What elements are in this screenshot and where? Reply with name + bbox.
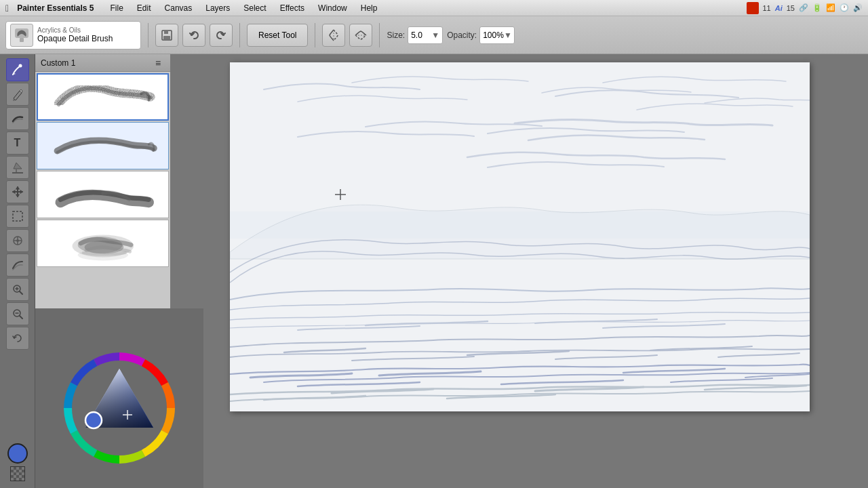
brush-category: Acrylics & Oils [37,26,113,34]
transform-tool-button[interactable] [6,180,29,203]
clone-tool-button[interactable] [6,229,29,252]
brush-tool-button[interactable] [6,58,29,81]
save-button[interactable] [155,24,178,47]
brush-item-2[interactable] [37,122,169,169]
brush-item-4[interactable] [37,220,169,267]
smear-tool-button[interactable] [6,107,29,130]
toolbar-sep-3 [315,23,315,47]
svg-point-29 [85,412,102,428]
opacity-label: Opacity: [447,30,477,40]
fill-tool-button[interactable] [6,156,29,179]
rect-select-tool-button[interactable] [6,205,29,228]
zoom-in-button[interactable] [6,278,29,301]
zoom-out-button[interactable] [6,302,29,325]
text-tool-icon: T [14,137,21,149]
size-dropdown-arrow: ▼ [431,30,439,40]
size-value: 5.0 [411,30,422,40]
size-label: Size: [387,30,405,40]
symmetry-h-button[interactable] [349,24,372,47]
color-wheel-panel [35,308,203,488]
antivirus-count: 11 [763,4,771,12]
menu-help[interactable]: Help [355,0,383,16]
svg-rect-8 [16,169,17,172]
tool-palette: T [0,54,35,488]
menu-file[interactable]: File [105,0,129,16]
blend-tool-button[interactable] [6,253,29,277]
painting-canvas[interactable] [230,62,810,411]
menu-effects[interactable]: Effects [275,0,310,16]
texture-swatch[interactable] [10,466,25,481]
menu-window[interactable]: Window [313,0,353,16]
network-icon: 🔗 [799,3,808,12]
size-input[interactable]: 5.0 ▼ [408,26,443,44]
apple-logo-icon:  [5,3,9,14]
reset-tool-button[interactable]: Reset Tool [247,24,308,47]
canvas-area[interactable] [171,54,868,488]
app-name: Painter Essentials 5 [17,3,94,13]
clock-icon: 🕐 [840,3,849,12]
menu-edit[interactable]: Edit [132,0,157,16]
brush-panel-menu-button[interactable]: ≡ [151,56,165,70]
brush-item-1[interactable] [37,73,169,121]
svg-point-12 [16,239,19,242]
brush-icon [10,24,33,47]
opacity-value: 100% [483,30,504,40]
menubar:  Painter Essentials 5 File Edit Canvas … [0,0,868,16]
color-wheel-container[interactable] [45,333,194,483]
ai-icon: Ai [775,4,783,12]
brush-item-3[interactable] [37,171,169,218]
opacity-input[interactable]: 100% ▼ [479,26,515,44]
brush-panel-header: Custom 1 ≡ [35,54,170,72]
battery-icon: 🔋 [812,3,822,12]
toolbar-sep-2 [239,23,240,47]
antivirus-icon [747,2,759,14]
undo-button[interactable] [182,24,205,47]
brush-name-box: Acrylics & Oils Opaque Detail Brush [37,26,113,43]
opacity-dropdown-arrow: ▼ [504,30,512,40]
brush-name: Opaque Detail Brush [37,34,113,43]
svg-rect-9 [12,172,23,174]
rotate-canvas-button[interactable] [6,327,29,350]
primary-color-swatch[interactable] [7,443,28,464]
svg-rect-4 [163,36,170,39]
brush-panel-title: Custom 1 [41,58,75,68]
ai-count: 15 [787,4,795,12]
main-area: T [0,54,868,488]
size-group: Size: 5.0 ▼ [387,26,443,44]
opacity-group: Opacity: 100% ▼ [447,26,515,44]
toolbar-sep-1 [148,23,149,47]
volume-icon: 🔊 [853,3,863,12]
color-area [7,441,28,484]
svg-rect-1 [20,38,24,42]
wifi-icon: 📶 [826,3,835,12]
menu-canvas[interactable]: Canvas [159,0,198,16]
toolbar-sep-4 [379,23,380,47]
menu-layers[interactable]: Layers [200,0,235,16]
svg-rect-10 [13,211,22,221]
symmetry-v-button[interactable] [322,24,345,47]
svg-rect-3 [164,30,168,34]
menu-select[interactable]: Select [238,0,271,16]
text-tool-button[interactable]: T [6,131,29,155]
redo-button[interactable] [210,24,233,47]
svg-point-7 [18,64,22,68]
pencil-tool-button[interactable] [6,83,29,106]
brush-selector[interactable]: Acrylics & Oils Opaque Detail Brush [5,21,141,49]
toolbar: Acrylics & Oils Opaque Detail Brush Rese… [0,16,868,54]
menubar-right: 11 Ai 15 🔗 🔋 📶 🕐 🔊 [747,2,863,14]
